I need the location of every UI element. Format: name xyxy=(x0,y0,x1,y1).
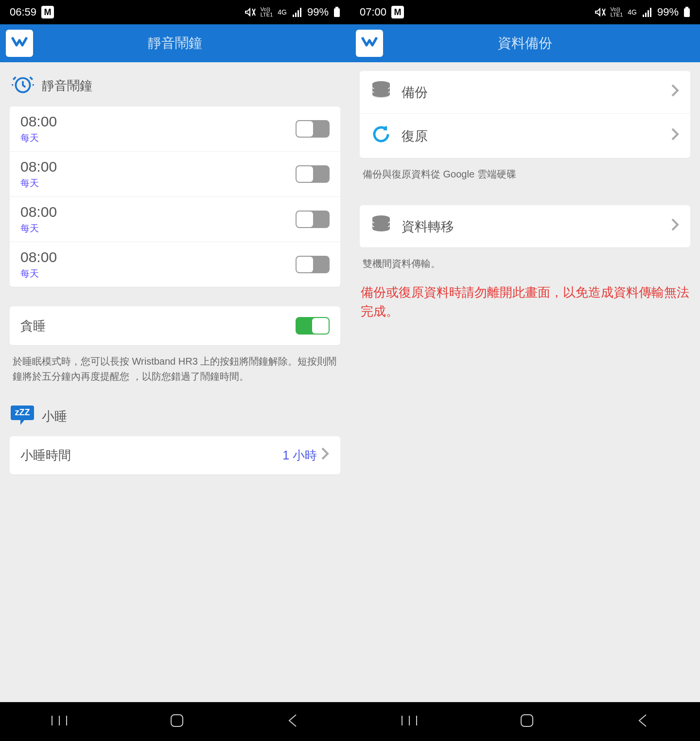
app-logo-icon xyxy=(356,30,383,57)
home-button[interactable] xyxy=(520,713,534,730)
alarm-row[interactable]: 08:00 每天 xyxy=(10,152,340,197)
svg-text:zZZ: zZZ xyxy=(15,407,30,417)
alarm-row[interactable]: 08:00 每天 xyxy=(10,242,340,287)
network-icon: 4G xyxy=(278,8,287,16)
transfer-hint: 雙機間資料傳輸。 xyxy=(350,247,700,271)
section-alarm-header: 靜音鬧鐘 xyxy=(0,62,350,106)
svg-point-27 xyxy=(372,226,390,231)
mute-icon xyxy=(594,6,606,18)
battery-pct: 99% xyxy=(307,6,329,18)
battery-pct: 99% xyxy=(657,6,679,18)
snooze-hint: 於睡眠模式時，您可以長按 Wristband HR3 上的按鈕將鬧鐘解除。短按則… xyxy=(0,345,350,384)
app-logo-icon xyxy=(6,30,33,57)
backup-label: 備份 xyxy=(402,84,428,101)
mute-icon xyxy=(244,6,256,18)
svg-rect-4 xyxy=(171,715,183,726)
alarm-clock-icon xyxy=(11,72,35,100)
navigation-bar xyxy=(0,702,350,741)
phone-right: 07:00 M Vo)) LTE1 4G 99% 資料備份 xyxy=(350,0,700,741)
svg-rect-0 xyxy=(334,8,340,17)
transfer-label: 資料轉移 xyxy=(402,218,454,235)
nap-time-row[interactable]: 小睡時間 1 小時 xyxy=(10,436,340,475)
svg-rect-6 xyxy=(685,7,688,8)
alarm-days: 每天 xyxy=(20,222,57,235)
alarm-toggle[interactable] xyxy=(296,120,330,138)
snooze-card: 貪睡 xyxy=(10,306,340,345)
page-title: 資料備份 xyxy=(383,34,694,53)
section-nap-header: zZZ 小睡 xyxy=(0,384,350,436)
nap-card: 小睡時間 1 小時 xyxy=(10,436,340,475)
chevron-right-icon xyxy=(670,84,680,101)
restore-icon xyxy=(370,124,392,148)
section-nap-title: 小睡 xyxy=(42,408,67,425)
nap-time-value: 1 小時 xyxy=(282,447,317,463)
database-icon xyxy=(370,81,392,104)
navigation-bar xyxy=(350,702,700,741)
signal-icon xyxy=(642,7,652,17)
content: 備份 復原 備 xyxy=(350,62,700,702)
volte-icon: Vo)) LTE1 xyxy=(261,7,273,18)
chevron-right-icon xyxy=(670,218,680,235)
backup-hint: 備份與復原資料從 Google 雲端硬碟 xyxy=(350,158,700,182)
alarm-days: 每天 xyxy=(20,132,57,144)
nap-time-label: 小睡時間 xyxy=(20,447,71,464)
signal-icon xyxy=(292,7,302,17)
status-time: 07:00 xyxy=(360,6,386,18)
alarm-toggle[interactable] xyxy=(296,165,330,183)
svg-rect-5 xyxy=(684,8,690,17)
transfer-row[interactable]: 資料轉移 xyxy=(360,205,690,247)
battery-icon xyxy=(683,7,690,18)
alarm-time: 08:00 xyxy=(20,249,57,265)
app-bar: 資料備份 xyxy=(350,24,700,62)
recents-button[interactable] xyxy=(401,714,418,729)
status-time: 06:59 xyxy=(10,6,36,18)
alarm-toggle[interactable] xyxy=(296,256,330,273)
back-button[interactable] xyxy=(636,713,649,730)
phone-left: 06:59 M Vo)) LTE1 4G 99% 靜音鬧鐘 xyxy=(0,0,350,741)
alarm-days: 每天 xyxy=(20,177,57,190)
alarm-days: 每天 xyxy=(20,267,57,280)
chevron-right-icon xyxy=(320,447,330,464)
volte-icon: Vo)) LTE1 xyxy=(611,7,623,18)
alarm-time: 08:00 xyxy=(20,113,57,130)
chevron-right-icon xyxy=(670,127,680,144)
alarm-list: 08:00 每天 08:00 每天 08:00 每天 xyxy=(10,106,340,287)
warning-text: 備份或復原資料時請勿離開此畫面，以免造成資料傳輸無法完成。 xyxy=(350,271,700,321)
transfer-card: 資料轉移 xyxy=(360,205,690,247)
status-bar: 06:59 M Vo)) LTE1 4G 99% xyxy=(0,0,350,24)
status-app-badge-icon: M xyxy=(41,6,54,18)
backup-restore-card: 備份 復原 xyxy=(360,71,690,158)
status-bar: 07:00 M Vo)) LTE1 4G 99% xyxy=(350,0,700,24)
page-title: 靜音鬧鐘 xyxy=(33,34,344,53)
alarm-row[interactable]: 08:00 每天 xyxy=(10,106,340,152)
status-app-badge-icon: M xyxy=(391,6,404,18)
database-icon xyxy=(370,215,392,238)
home-button[interactable] xyxy=(170,713,184,730)
app-bar: 靜音鬧鐘 xyxy=(0,24,350,62)
svg-marker-18 xyxy=(382,124,389,131)
backup-row[interactable]: 備份 xyxy=(360,71,690,114)
svg-rect-28 xyxy=(521,715,533,726)
restore-row[interactable]: 復原 xyxy=(360,114,690,158)
nap-zzz-icon: zZZ xyxy=(11,404,35,429)
snooze-row[interactable]: 貪睡 xyxy=(10,306,340,345)
alarm-toggle[interactable] xyxy=(296,211,330,228)
back-button[interactable] xyxy=(286,713,299,730)
snooze-toggle[interactable] xyxy=(296,317,330,335)
svg-rect-1 xyxy=(335,7,338,8)
restore-label: 復原 xyxy=(402,127,428,145)
network-icon: 4G xyxy=(628,8,637,16)
recents-button[interactable] xyxy=(51,714,68,729)
section-alarm-title: 靜音鬧鐘 xyxy=(42,77,92,94)
snooze-label: 貪睡 xyxy=(20,318,46,335)
alarm-row[interactable]: 08:00 每天 xyxy=(10,197,340,242)
alarm-time: 08:00 xyxy=(20,204,57,220)
battery-icon xyxy=(333,7,340,18)
content: 靜音鬧鐘 08:00 每天 08:00 每天 xyxy=(0,62,350,702)
alarm-time: 08:00 xyxy=(20,159,57,175)
svg-point-17 xyxy=(372,91,390,97)
